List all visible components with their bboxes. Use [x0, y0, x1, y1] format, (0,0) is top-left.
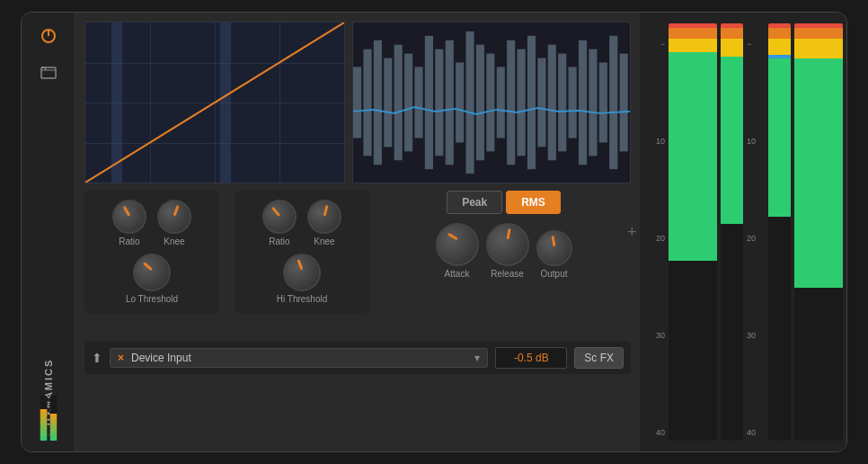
lo-threshold-knob[interactable] [133, 254, 171, 291]
peak-button[interactable]: Peak [447, 191, 502, 214]
svg-rect-10 [414, 67, 422, 138]
scale-label-20-l: 20 [643, 234, 665, 243]
lo-knee-knob[interactable] [157, 200, 191, 234]
lo-section: Ratio Knee Lo Threshold [84, 191, 219, 313]
scale-label-20-r: 20 [747, 234, 768, 243]
svg-rect-22 [537, 58, 545, 147]
hi-knob-row: Ratio Knee [262, 200, 341, 246]
attack-group: Attack [436, 223, 479, 279]
scale-label-30-r: 30 [747, 331, 768, 340]
svg-rect-17 [486, 54, 494, 152]
lo-ratio-group: Ratio [112, 200, 146, 246]
plugin-container: DYNAMICS ⠿ → [21, 12, 847, 452]
svg-rect-27 [589, 49, 597, 156]
release-label: Release [491, 269, 524, 279]
svg-line-3 [85, 22, 344, 183]
svg-rect-25 [569, 67, 577, 138]
svg-rect-28 [599, 63, 607, 143]
attack-knob[interactable] [436, 223, 479, 266]
device-label: Device Input [131, 352, 191, 364]
scale-label-40-r: 40 [747, 428, 768, 437]
svg-rect-20 [518, 49, 526, 156]
svg-rect-19 [507, 40, 515, 165]
svg-rect-18 [497, 67, 505, 138]
peak-rms-row: Peak RMS [376, 191, 631, 214]
svg-rect-30 [620, 54, 628, 152]
left-meters-group [669, 20, 743, 444]
meter-1-container [669, 23, 717, 441]
left-meter-scale: − 10 20 30 40 [643, 20, 669, 444]
bottom-bar: ⬆ × Device Input ▾ -0.5 dB Sc FX [84, 342, 631, 374]
svg-rect-14 [456, 63, 464, 143]
add-left-button[interactable]: + [627, 223, 637, 242]
db-display: -0.5 dB [495, 347, 567, 369]
meter-1-track [669, 23, 717, 441]
svg-rect-5 [363, 49, 371, 156]
device-select[interactable]: × Device Input ▾ [110, 348, 488, 368]
scale-label-10-r: 10 [747, 137, 768, 146]
dyn-knobs-row: Attack Release Output [376, 223, 631, 279]
dropdown-arrow-icon: ▾ [474, 352, 480, 364]
meter-3-track [768, 23, 791, 441]
meter-2-container [721, 23, 743, 441]
transfer-graph [84, 22, 345, 183]
svg-rect-12 [435, 49, 443, 156]
right-meters: + + − 10 20 30 40 [640, 13, 846, 451]
svg-rect-13 [446, 40, 454, 165]
rms-button[interactable]: RMS [506, 191, 561, 214]
svg-rect-21 [527, 36, 536, 169]
lo-ratio-knob[interactable] [112, 200, 146, 234]
mini-meter-1 [40, 396, 47, 441]
lo-threshold-group: Lo Threshold [126, 254, 178, 304]
right-meters-group [768, 20, 843, 444]
close-button[interactable]: × [118, 352, 124, 364]
lo-knob-row: Ratio Knee [112, 200, 191, 246]
output-group: Output [536, 230, 572, 279]
meter-2-track [721, 23, 743, 441]
main-content: Ratio Knee Lo Threshold [75, 13, 640, 451]
hi-knee-knob[interactable] [307, 200, 341, 234]
svg-rect-8 [394, 45, 403, 161]
svg-rect-9 [404, 54, 412, 152]
scale-label-10-l: 10 [643, 137, 665, 146]
svg-rect-2 [41, 67, 56, 78]
lo-knee-label: Knee [164, 236, 184, 246]
svg-rect-16 [476, 45, 484, 161]
svg-rect-7 [384, 58, 392, 147]
hi-ratio-knob[interactable] [262, 200, 297, 234]
meter-4-track [794, 23, 843, 441]
top-row [84, 22, 631, 183]
device-icon: ⬆ [92, 351, 102, 365]
waveform-graph [352, 22, 631, 183]
hi-section: Ratio Knee Hi Threshold [235, 191, 369, 313]
output-knob[interactable] [536, 230, 572, 266]
release-knob[interactable] [486, 223, 529, 266]
lo-knee-group: Knee [157, 200, 191, 246]
attack-label: Attack [445, 269, 470, 279]
scale-label-dash-l: − [643, 40, 665, 49]
file-icon[interactable] [36, 59, 61, 85]
power-icon[interactable] [36, 23, 61, 49]
lo-threshold-label: Lo Threshold [126, 294, 178, 304]
svg-rect-26 [579, 40, 587, 165]
meter-4-container [794, 23, 843, 441]
hi-threshold-knob[interactable] [283, 254, 321, 291]
hi-threshold-label: Hi Threshold [277, 294, 328, 304]
hi-ratio-label: Ratio [269, 236, 289, 246]
svg-rect-15 [465, 31, 474, 174]
lo-ratio-label: Ratio [119, 236, 139, 246]
hi-knee-group: Knee [307, 200, 341, 246]
meter-3-container [768, 23, 791, 441]
output-label: Output [540, 269, 567, 279]
scale-label-dash-r: − [747, 40, 768, 49]
right-meter-scale: − 10 20 30 40 [743, 20, 768, 444]
left-sidebar: DYNAMICS ⠿ → [22, 13, 75, 451]
sc-fx-button[interactable]: Sc FX [574, 347, 624, 369]
controls-row: Ratio Knee Lo Threshold [84, 191, 631, 335]
scale-label-40-l: 40 [643, 428, 665, 437]
mini-meter-2 [49, 396, 57, 441]
svg-rect-4 [353, 67, 361, 138]
hi-threshold-group: Hi Threshold [277, 254, 328, 304]
svg-rect-6 [374, 40, 382, 165]
svg-rect-24 [558, 54, 566, 152]
